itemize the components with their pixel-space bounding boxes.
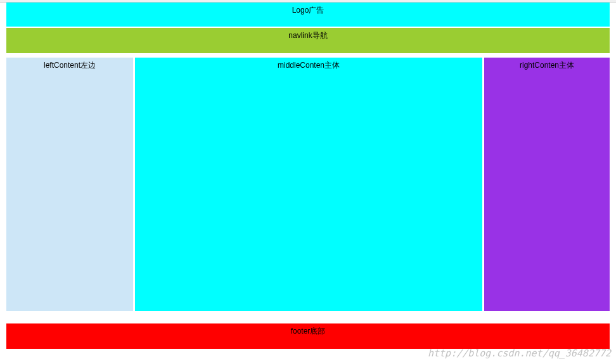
footer: footer底部	[6, 323, 610, 349]
right-content: rightConten主体	[484, 58, 610, 311]
logo-banner: Logo广告	[6, 3, 610, 27]
nav-link[interactable]: navlink导航	[6, 28, 610, 53]
left-content: leftContent左边	[6, 58, 133, 311]
content-row: leftContent左边 middleConten主体 rightConten…	[6, 58, 610, 311]
middle-content: middleConten主体	[135, 58, 482, 311]
left-label: leftContent左边	[44, 61, 96, 70]
nav-label: navlink导航	[288, 31, 327, 40]
logo-label: Logo广告	[292, 6, 324, 15]
page-container: Logo广告 navlink导航 leftContent左边 middleCon…	[0, 3, 616, 349]
watermark: http://blog.csdn.net/qq_36482772	[428, 348, 611, 359]
right-label: rightConten主体	[520, 61, 574, 70]
middle-label: middleConten主体	[278, 61, 340, 70]
footer-label: footer底部	[291, 327, 326, 336]
